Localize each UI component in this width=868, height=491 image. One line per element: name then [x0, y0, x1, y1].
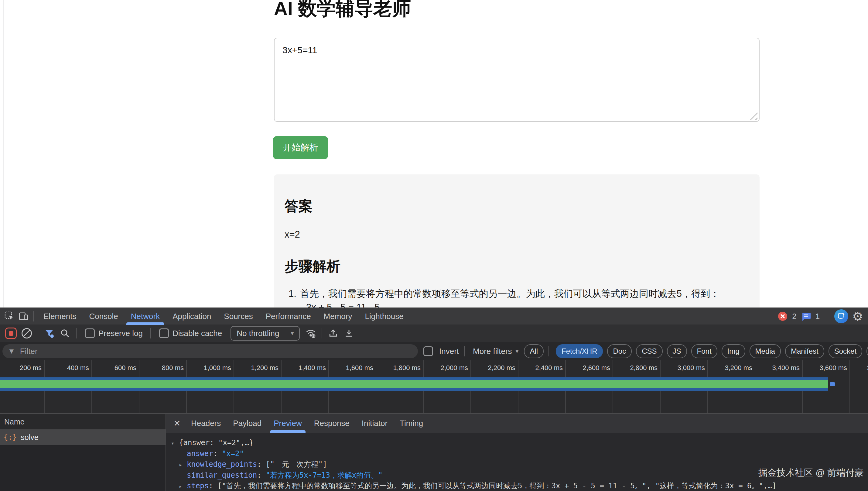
network-filter-bar: ▼ Invert More filters ▼ All Fetch/XHR Do…	[0, 342, 868, 360]
json-preview-tree: ▾{answer: "x=2",…} answer: "x=2" ▸knowle…	[166, 433, 868, 491]
chevron-collapsed-icon[interactable]: ▸	[179, 481, 187, 491]
export-har-icon[interactable]	[342, 327, 356, 340]
step-number: 1.	[289, 288, 296, 299]
network-toolbar: Preserve log Disable cache No throttling…	[0, 324, 868, 342]
page-title: AI 数学辅导老师	[274, 0, 411, 21]
json-line-answer: answer: "x=2"	[166, 449, 868, 459]
throttling-value: No throttling	[237, 329, 279, 338]
preserve-log-checkbox[interactable]	[85, 328, 95, 338]
toolbar-divider	[33, 311, 34, 321]
active-tab-underline	[270, 430, 305, 433]
answer-value: x=2	[285, 229, 300, 240]
request-name: solve	[21, 433, 38, 442]
toolbar-divider	[76, 328, 77, 339]
chevron-down-icon: ▼	[290, 330, 295, 337]
overview-request-bar[interactable]	[0, 377, 828, 391]
toolbar-divider	[322, 328, 322, 339]
invert-label: Invert	[439, 347, 459, 356]
request-row-solve[interactable]: {:} solve	[0, 430, 166, 445]
gear-icon[interactable]: ⚙	[852, 309, 863, 323]
invert-checkbox[interactable]	[423, 346, 433, 356]
disable-cache-label: Disable cache	[173, 329, 222, 338]
toolbar-divider	[548, 346, 548, 356]
step-item-1-continued: 3x + 5 - 5 = 11 - 5	[306, 302, 380, 308]
details-tabbar: ✕ Headers Payload Preview Response Initi…	[166, 414, 868, 433]
network-conditions-icon[interactable]	[304, 327, 318, 340]
filter-chip-manifest[interactable]: Manifest	[785, 344, 824, 358]
toolbar-divider	[38, 328, 38, 339]
page-edge-line	[3, 0, 4, 308]
more-filters-label[interactable]: More filters	[473, 347, 512, 356]
toolbar-divider	[150, 328, 151, 339]
tab-performance[interactable]: Performance	[259, 308, 318, 324]
filter-chip-font[interactable]: Font	[691, 344, 717, 358]
devtools-tabbar: Elements Console Network Application Sou…	[0, 308, 868, 324]
overview-download-segment	[830, 382, 835, 386]
filter-funnel-icon[interactable]	[42, 327, 56, 340]
chevron-expanded-icon[interactable]: ▾	[171, 438, 179, 449]
network-bottom-panels: Name {:} solve ✕ Headers Payload Preview…	[0, 413, 868, 491]
filter-chip-socket[interactable]: Socket	[829, 344, 862, 358]
start-analysis-button[interactable]: 开始解析	[273, 136, 328, 159]
step-text: 首先，我们需要将方程中的常数项移至等式的另一边。为此，我们可以从等式两边同时减去…	[300, 288, 719, 299]
equation-textarea[interactable]: 3x+5=11	[274, 38, 759, 122]
clear-network-log-icon[interactable]	[20, 327, 33, 340]
tab-timing[interactable]: Timing	[394, 414, 429, 433]
tab-application[interactable]: Application	[166, 308, 217, 324]
steps-heading: 步骤解析	[285, 257, 340, 276]
request-details-panel: ✕ Headers Payload Preview Response Initi…	[166, 414, 868, 491]
error-count: 2	[792, 312, 796, 321]
device-toolbar-icon[interactable]	[17, 310, 30, 323]
filter-chip-all[interactable]: All	[524, 344, 544, 358]
tab-elements[interactable]: Elements	[37, 308, 83, 324]
disable-cache-checkbox[interactable]	[159, 328, 169, 338]
error-badge-icon[interactable]	[777, 311, 788, 322]
requests-table: Name {:} solve	[0, 414, 166, 491]
preserve-log-label: Preserve log	[98, 329, 143, 338]
toolbar-divider	[827, 311, 827, 321]
filter-chip-fetch-xhr[interactable]: Fetch/XHR	[556, 344, 603, 358]
filter-chip-media[interactable]: Media	[750, 344, 781, 358]
filter-chip-img[interactable]: Img	[722, 344, 745, 358]
tab-console[interactable]: Console	[83, 308, 124, 324]
record-network-log-icon[interactable]	[4, 327, 18, 340]
tab-lighthouse[interactable]: Lighthouse	[359, 308, 410, 324]
close-icon[interactable]: ✕	[169, 418, 185, 428]
json-line-steps[interactable]: ▸steps: ["首先，我们需要将方程中的常数项移至等式的另一边。为此，我们可…	[166, 481, 868, 491]
tab-memory[interactable]: Memory	[318, 308, 359, 324]
json-braces-icon: {:}	[4, 433, 17, 441]
webpage-viewport: AI 数学辅导老师 3x+5=11 开始解析 答案 x=2 步骤解析 1.首先，…	[0, 0, 868, 308]
search-icon[interactable]	[58, 327, 72, 340]
tab-payload[interactable]: Payload	[227, 414, 268, 433]
tab-initiator[interactable]: Initiator	[356, 414, 394, 433]
chevron-collapsed-icon[interactable]: ▸	[179, 459, 187, 470]
filter-chip-css[interactable]: CSS	[636, 344, 662, 358]
network-overview-timeline: 200 ms400 ms600 ms800 ms1,000 ms1,200 ms…	[0, 360, 868, 413]
throttling-dropdown[interactable]: No throttling ▼	[231, 326, 300, 341]
tab-preview[interactable]: Preview	[268, 414, 308, 433]
chevron-down-icon: ▼	[514, 348, 520, 354]
inspect-element-icon[interactable]	[2, 310, 17, 323]
watermark: 掘金技术社区 @ 前端付豪	[758, 467, 864, 479]
import-har-icon[interactable]	[327, 327, 340, 340]
step-item-1: 1.首先，我们需要将方程中的常数项移至等式的另一边。为此，我们可以从等式两边同时…	[289, 287, 719, 300]
tab-sources[interactable]: Sources	[217, 308, 259, 324]
filter-input-pill[interactable]: ▼	[2, 344, 418, 358]
filter-chip-doc[interactable]: Doc	[607, 344, 632, 358]
filter-chip-wasm[interactable]: Wasm	[866, 344, 868, 358]
result-card: 答案 x=2 步骤解析 1.首先，我们需要将方程中的常数项移至等式的另一边。为此…	[274, 174, 759, 308]
filter-chip-js[interactable]: JS	[667, 344, 687, 358]
ai-assistant-icon[interactable]	[834, 309, 848, 323]
issue-count: 1	[815, 312, 820, 321]
filter-input[interactable]	[20, 346, 413, 356]
tab-network[interactable]: Network	[124, 308, 166, 324]
tab-headers[interactable]: Headers	[185, 414, 227, 433]
tab-response[interactable]: Response	[308, 414, 356, 433]
issues-badge-icon[interactable]	[801, 311, 811, 322]
devtools-panel: Elements Console Network Application Sou…	[0, 308, 868, 491]
name-column-header[interactable]: Name	[0, 414, 166, 430]
timeline-tick: 3,800 ms	[850, 360, 868, 413]
filter-funnel-small-icon: ▼	[8, 347, 15, 355]
json-root-line[interactable]: ▾{answer: "x=2",…}	[166, 437, 868, 449]
answer-heading: 答案	[285, 197, 312, 216]
